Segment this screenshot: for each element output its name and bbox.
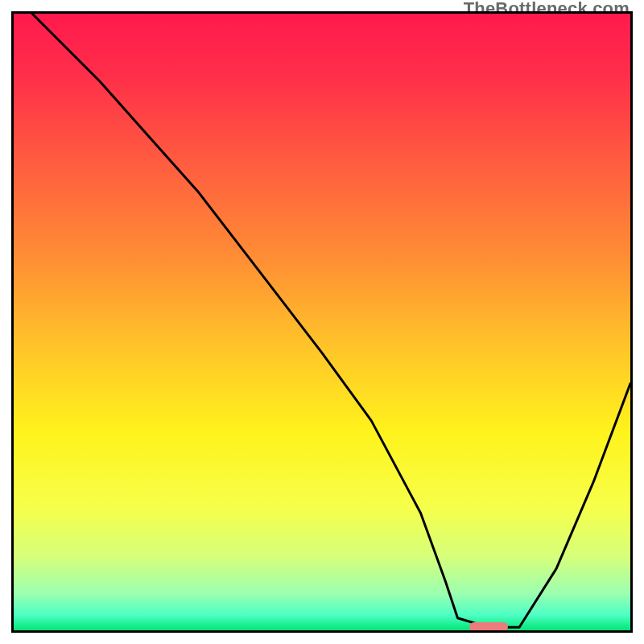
gradient-rect — [14, 14, 630, 630]
chart-frame — [11, 11, 633, 633]
optimal-point-marker — [469, 622, 508, 632]
bottleneck-gradient-background — [14, 14, 630, 630]
